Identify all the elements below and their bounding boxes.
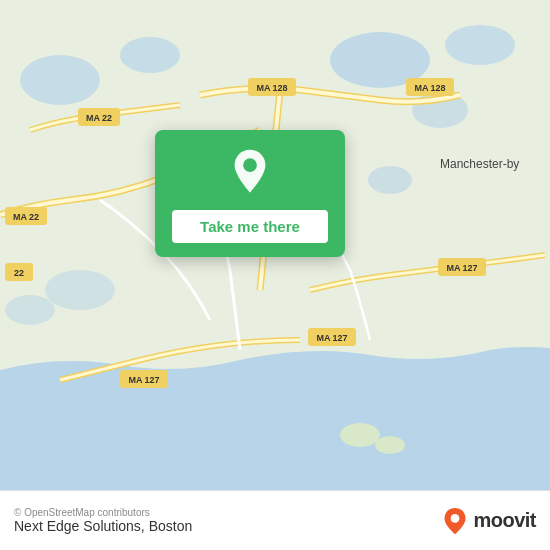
- svg-text:MA 127: MA 127: [128, 375, 159, 385]
- svg-point-2: [120, 37, 180, 73]
- svg-point-4: [445, 25, 515, 65]
- svg-text:MA 128: MA 128: [256, 83, 287, 93]
- attribution-text: © OpenStreetMap contributors: [14, 507, 192, 518]
- map-container: MA 22 MA 22 22 MA 128 MA 128 MA 127 MA 1…: [0, 0, 550, 490]
- moovit-pin-icon: [441, 507, 469, 535]
- svg-text:MA 128: MA 128: [414, 83, 445, 93]
- svg-point-1: [20, 55, 100, 105]
- svg-text:22: 22: [14, 268, 24, 278]
- svg-text:Manchester-by: Manchester-by: [440, 157, 519, 171]
- app-info-text: Next Edge Solutions, Boston: [14, 518, 192, 534]
- svg-text:MA 22: MA 22: [86, 113, 112, 123]
- moovit-label: moovit: [473, 509, 536, 532]
- moovit-logo: moovit: [441, 507, 536, 535]
- bottom-left: © OpenStreetMap contributors Next Edge S…: [14, 507, 192, 534]
- location-pin-icon: [226, 148, 274, 196]
- svg-text:MA 127: MA 127: [446, 263, 477, 273]
- svg-point-28: [243, 158, 257, 172]
- take-me-button[interactable]: Take me there: [172, 210, 328, 243]
- location-card: Take me there: [155, 130, 345, 257]
- svg-point-10: [375, 436, 405, 454]
- svg-text:MA 22: MA 22: [13, 212, 39, 222]
- svg-point-6: [368, 166, 412, 194]
- svg-point-7: [45, 270, 115, 310]
- svg-point-29: [451, 514, 460, 523]
- svg-text:MA 127: MA 127: [316, 333, 347, 343]
- bottom-bar: © OpenStreetMap contributors Next Edge S…: [0, 490, 550, 550]
- svg-point-8: [5, 295, 55, 325]
- svg-point-9: [340, 423, 380, 447]
